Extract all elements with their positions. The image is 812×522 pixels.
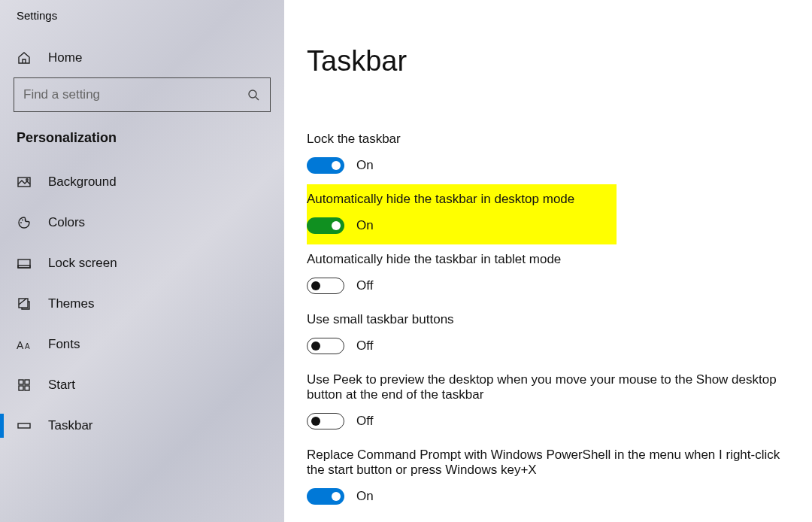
sidebar-item-label: Fonts	[48, 337, 80, 352]
setting-row: Use small taskbar buttons Off	[307, 305, 782, 365]
toggle-state-label: On	[356, 218, 374, 233]
svg-rect-11	[19, 380, 23, 384]
setting-label: Use Peek to preview the desktop when you…	[307, 372, 782, 402]
setting-row: Automatically hide the taskbar in tablet…	[307, 244, 782, 305]
fonts-icon: AA	[17, 338, 38, 351]
setting-row: Replace Command Prompt with Windows Powe…	[307, 440, 782, 515]
svg-point-0	[249, 90, 256, 98]
svg-rect-13	[19, 386, 23, 390]
toggle-row: Off	[307, 338, 782, 354]
category-label: Personalization	[0, 130, 284, 158]
sidebar-item-label: Background	[48, 175, 117, 190]
search-box[interactable]	[14, 77, 271, 112]
sidebar-item-taskbar[interactable]: Taskbar	[0, 406, 284, 445]
main-content: Taskbar Lock the taskbar On Automaticall…	[284, 0, 812, 522]
setting-label: Automatically hide the taskbar in tablet…	[307, 252, 782, 267]
background-icon	[17, 175, 38, 190]
sidebar-item-label: Taskbar	[48, 418, 93, 433]
toggle-row: On	[307, 488, 782, 505]
toggle-row: On	[307, 217, 598, 234]
page-title: Taskbar	[307, 45, 782, 77]
home-icon	[17, 50, 38, 65]
svg-point-5	[25, 220, 26, 221]
nav-home[interactable]: Home	[0, 38, 284, 77]
sidebar-item-colors[interactable]: Colors	[0, 203, 284, 242]
nav-home-label: Home	[48, 50, 82, 65]
sidebar: Settings Home Personalization Background…	[0, 0, 284, 522]
setting-label: Automatically hide the taskbar in deskto…	[307, 192, 598, 207]
app-title: Settings	[0, 9, 284, 38]
svg-rect-15	[18, 423, 30, 428]
sidebar-item-label: Themes	[48, 296, 94, 311]
toggle-state-label: Off	[356, 414, 373, 429]
svg-rect-14	[25, 386, 29, 390]
toggle-row: On	[307, 157, 782, 174]
search-icon	[247, 89, 261, 101]
themes-icon	[17, 296, 38, 311]
toggle-state-label: Off	[356, 278, 373, 293]
setting-label: Lock the taskbar	[307, 132, 782, 147]
sidebar-item-fonts[interactable]: AA Fonts	[0, 325, 284, 364]
sidebar-item-start[interactable]: Start	[0, 366, 284, 405]
svg-text:A: A	[17, 339, 24, 351]
toggle-switch[interactable]	[307, 488, 344, 505]
sidebar-item-label: Start	[48, 378, 75, 393]
setting-label: Replace Command Prompt with Windows Powe…	[307, 448, 782, 478]
toggle-state-label: Off	[356, 338, 373, 354]
sidebar-item-label: Lock screen	[48, 256, 117, 271]
toggle-switch[interactable]	[307, 413, 344, 429]
setting-row: Automatically hide the taskbar in deskto…	[307, 184, 617, 244]
svg-rect-7	[18, 266, 30, 268]
setting-label: Use small taskbar buttons	[307, 312, 782, 327]
sidebar-item-lockscreen[interactable]: Lock screen	[0, 244, 284, 283]
sidebar-item-themes[interactable]: Themes	[0, 284, 284, 323]
toggle-switch[interactable]	[307, 278, 344, 294]
svg-rect-6	[18, 259, 30, 268]
svg-text:A: A	[25, 342, 30, 351]
toggle-state-label: On	[356, 158, 374, 173]
search-input[interactable]	[23, 87, 247, 102]
start-icon	[17, 378, 38, 393]
lockscreen-icon	[17, 256, 38, 271]
svg-point-2	[26, 179, 28, 181]
toggle-switch[interactable]	[307, 157, 344, 174]
setting-row: Use Peek to preview the desktop when you…	[307, 365, 782, 440]
toggle-row: Off	[307, 413, 782, 429]
search-container	[0, 77, 284, 112]
toggle-switch[interactable]	[307, 338, 344, 354]
sidebar-item-background[interactable]: Background	[0, 162, 284, 202]
toggle-row: Off	[307, 278, 782, 294]
sidebar-item-label: Colors	[48, 215, 85, 230]
toggle-state-label: On	[356, 489, 374, 504]
svg-rect-12	[25, 380, 29, 384]
taskbar-icon	[17, 418, 38, 433]
setting-row: Lock the taskbar On	[307, 124, 782, 184]
svg-point-4	[22, 220, 23, 221]
svg-point-3	[20, 222, 22, 223]
toggle-switch[interactable]	[307, 217, 344, 234]
colors-icon	[17, 215, 38, 230]
